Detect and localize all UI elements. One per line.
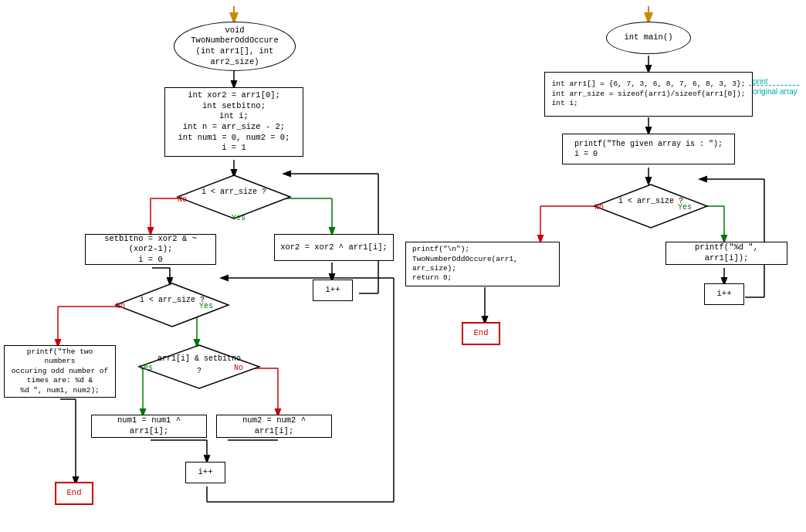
- end2-label: End: [474, 328, 489, 339]
- printf-end-box: printf("The two numbersoccuring odd numb…: [4, 345, 116, 398]
- diamond4-no-label: No: [594, 203, 604, 212]
- diamond2-yes-label: Yes: [199, 302, 213, 310]
- iplus1-label: i++: [326, 285, 340, 296]
- svg-text:i < arr_size ?: i < arr_size ?: [618, 197, 683, 205]
- svg-text:i < arr_size ?: i < arr_size ?: [202, 188, 266, 196]
- diamond1-no-label: No: [178, 195, 187, 204]
- svg-text:arr1[i] & setbitno: arr1[i] & setbitno: [157, 354, 241, 363]
- flowchart-canvas: void TwoNumberOddOccure (int arr1[], int…: [0, 0, 806, 532]
- printf-end-box-label: printf("The two numbersoccuring odd numb…: [9, 347, 110, 395]
- num2-box-label: num2 = num2 ^ arr1[i];: [222, 415, 327, 436]
- init-box: int xor2 = arr1[0];int setbitno;int i;in…: [164, 87, 303, 157]
- arr-init-box-label: int arr1[] = {6, 7, 3, 6, 8, 7, 6, 8, 3,…: [552, 80, 746, 108]
- diamond1-yes-label: Yes: [232, 214, 246, 222]
- end1-label: End: [67, 488, 82, 499]
- main-oval-label: int main(): [624, 32, 672, 43]
- iplus3-label: i++: [717, 289, 732, 300]
- func-oval: void TwoNumberOddOccure (int arr1[], int…: [174, 22, 296, 71]
- printf-elem-box-label: printf("%d ", arr1[i]);: [671, 242, 782, 263]
- setbit-box: setbitno = xor2 & ~(xor2-1);i = 0: [85, 234, 216, 265]
- iplus2: i++: [185, 462, 225, 483]
- diamond4: i < arr_size ? No Yes: [593, 183, 709, 229]
- diamond3: arr1[i] & setbitno ? Yes No: [137, 344, 261, 390]
- diamond3-yes-label: Yes: [139, 364, 153, 372]
- printf-nl-box: printf("\n");TwoNumberOddOccure(arr1, ar…: [405, 242, 560, 286]
- diamond4-yes-label: Yes: [678, 203, 692, 212]
- iplus3: i++: [704, 283, 744, 305]
- svg-text:?: ?: [197, 367, 202, 375]
- diamond2-no-label: No: [116, 302, 125, 310]
- num1-box: num1 = num1 ^ arr1[i];: [91, 415, 207, 438]
- num2-box: num2 = num2 ^ arr1[i];: [216, 415, 332, 438]
- arr-init-box: int arr1[] = {6, 7, 3, 6, 8, 7, 6, 8, 3,…: [544, 72, 753, 117]
- iplus2-label: i++: [198, 467, 213, 478]
- xor2-box-label: xor2 = xor2 ^ arr1[i];: [280, 242, 388, 253]
- diamond1: i < arr_size ? No Yes: [176, 174, 292, 220]
- printf-nl-box-label: printf("\n");TwoNumberOddOccure(arr1, ar…: [412, 245, 553, 283]
- iplus1: i++: [313, 280, 353, 301]
- num1-box-label: num1 = num1 ^ arr1[i];: [97, 415, 202, 436]
- printf-elem-box: printf("%d ", arr1[i]);: [665, 242, 787, 265]
- setbit-box-label: setbitno = xor2 & ~(xor2-1);i = 0: [90, 234, 211, 266]
- end1: End: [55, 482, 93, 505]
- annotation-print-label: print: [753, 77, 767, 86]
- printf-box-label: printf("The given array is : ");i = 0: [574, 139, 723, 159]
- main-oval: int main(): [606, 22, 691, 54]
- annotation-original-label: original array: [753, 87, 798, 96]
- diamond2: i < arr_size ? No Yes: [114, 282, 230, 328]
- init-box-label: int xor2 = arr1[0];int setbitno;int i;in…: [178, 90, 290, 154]
- func-oval-label: void TwoNumberOddOccure (int arr1[], int…: [179, 25, 290, 68]
- xor2-box: xor2 = xor2 ^ arr1[i];: [274, 234, 394, 261]
- diamond3-no-label: No: [234, 364, 243, 372]
- svg-marker-43: [178, 175, 290, 219]
- printf-box: printf("The given array is : ");i = 0: [562, 134, 735, 164]
- end2: End: [462, 322, 500, 345]
- svg-text:i < arr_size ?: i < arr_size ?: [140, 296, 205, 304]
